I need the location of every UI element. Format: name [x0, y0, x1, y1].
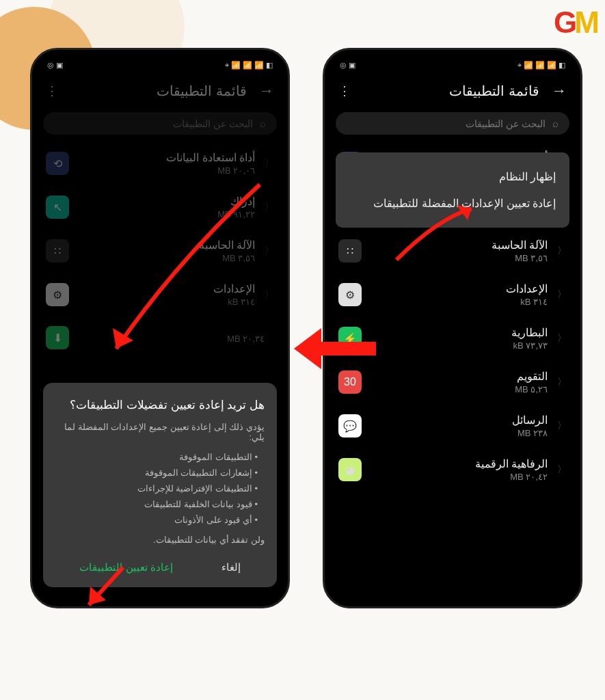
app-size: ٩١,٢٢ MB	[79, 209, 255, 219]
back-icon[interactable]: →	[259, 82, 274, 100]
app-size: ٢٠,٣٤ MB	[79, 334, 265, 344]
logo-m: M	[574, 5, 597, 39]
app-row[interactable]: 〈الرسائل٢٣٨ MB💬	[336, 404, 569, 448]
app-name: الآلة الحاسبة	[79, 239, 255, 252]
overflow-menu: إظهار النظام إعادة تعيين الإعدادات المفض…	[336, 152, 569, 228]
app-name: التقويم	[371, 370, 548, 383]
app-name: الرسائل	[371, 414, 548, 427]
logo-g: G	[554, 5, 574, 39]
app-list: 〈أداة استعادة البيانات٢٠,٠٦ MB⟲〈إدراك٩١,…	[43, 142, 277, 359]
search-placeholder: البحث عن التطبيقات	[173, 118, 253, 129]
page-title: قائمة التطبيقات	[449, 83, 539, 99]
app-size: ٣,٥٦ MB	[79, 253, 255, 263]
status-bar: ◎ ▣ ⌖ 📶 📶 📶 ◧	[43, 59, 277, 78]
dialog-title: هل تريد إعادة تعيين تفضيلات التطبيقات؟	[55, 398, 265, 412]
dialog-bullet: أي قيود على الأذونات	[55, 515, 258, 525]
back-icon[interactable]: →	[552, 82, 567, 100]
app-row[interactable]: 〈الآلة الحاسبة٣,٥٦ MB∷	[336, 229, 569, 273]
app-size: ٣١٤ kB	[371, 297, 548, 307]
more-icon[interactable]: ⋮	[338, 83, 351, 98]
chevron-left-icon: 〈	[265, 201, 274, 213]
app-row[interactable]: 〈الرفاهية الرقمية٢٠,٤٢ MB◕	[336, 448, 569, 492]
app-icon: ⬇	[46, 326, 69, 349]
reset-dialog: هل تريد إعادة تعيين تفضيلات التطبيقات؟ ي…	[43, 383, 277, 587]
app-size: ٢٠,٤٢ MB	[371, 472, 548, 482]
app-name: الإعدادات	[79, 282, 255, 295]
app-size: ٣١٤ kB	[79, 297, 255, 307]
logo: GM	[554, 5, 597, 40]
more-icon[interactable]: ⋮	[46, 83, 58, 98]
app-row[interactable]: ٢٠,٣٤ MB⬇	[43, 317, 277, 359]
dialog-note: ولن تفقد أي بيانات للتطبيقات.	[55, 535, 265, 545]
app-icon: ∷	[46, 239, 69, 262]
app-row[interactable]: 〈التقويم٥,٢٦ MB30	[336, 360, 569, 404]
app-icon: ⚙	[46, 283, 69, 306]
app-name: الرفاهية الرقمية	[371, 457, 548, 470]
chevron-left-icon: 〈	[557, 332, 567, 345]
app-size: ٧٣,٧٣ kB	[371, 340, 548, 351]
app-name: الإعدادات	[371, 282, 548, 295]
search-placeholder: البحث عن التطبيقات	[466, 118, 546, 129]
status-right-icons: ⌖ 📶 📶 📶 ◧	[517, 61, 565, 70]
app-size: ٣,٥٦ MB	[371, 253, 548, 263]
app-row[interactable]: 〈إدراك٩١,٢٢ MB↖	[43, 185, 277, 229]
search-icon: ⌕	[552, 118, 559, 129]
menu-reset-prefs[interactable]: إعادة تعيين الإعدادات المفضلة للتطبيقات	[347, 190, 559, 217]
chevron-left-icon: 〈	[265, 245, 274, 257]
phone-right: ◎ ▣ ⌖ 📶 📶 📶 ◧ → قائمة التطبيقات ⋮ ⌕ البح…	[323, 48, 582, 608]
cancel-button[interactable]: إلغاء	[215, 557, 247, 578]
header: → قائمة التطبيقات ⋮	[336, 78, 569, 112]
status-left-icons: ◎ ▣	[47, 61, 63, 70]
app-size: ٥,٢٦ MB	[371, 384, 548, 394]
app-size: ٢٣٨ MB	[371, 428, 548, 438]
status-left-icons: ◎ ▣	[340, 61, 355, 70]
app-row[interactable]: 〈الآلة الحاسبة٣,٥٦ MB∷	[43, 229, 277, 273]
dialog-subtitle: يؤدي ذلك إلى إعادة تعيين جميع الإعدادات …	[55, 422, 265, 442]
app-icon: ⟲	[46, 152, 69, 175]
app-name: إدراك	[79, 195, 255, 208]
app-icon: ⚡	[338, 327, 362, 350]
app-name: الآلة الحاسبة	[371, 239, 548, 252]
app-icon: ⚙	[338, 283, 362, 306]
app-icon: ↖	[46, 196, 69, 219]
app-row[interactable]: 〈أداة استعادة البيانات٢٠,٠٦ MB⟲	[43, 142, 277, 185]
chevron-left-icon: 〈	[265, 157, 274, 170]
dialog-bullet: إشعارات التطبيقات الموقوفة	[55, 468, 258, 478]
chevron-left-icon: 〈	[557, 420, 567, 432]
header: → قائمة التطبيقات ⋮	[43, 78, 277, 112]
menu-show-system[interactable]: إظهار النظام	[347, 163, 559, 190]
dialog-bullet: التطبيقات الإفتراضية للإجراءات	[55, 483, 258, 494]
chevron-left-icon: 〈	[557, 288, 567, 301]
search-icon: ⌕	[260, 118, 266, 129]
app-row[interactable]: 〈الإعدادات٣١٤ kB⚙	[336, 273, 569, 317]
phone-left: ◎ ▣ ⌖ 📶 📶 📶 ◧ → قائمة التطبيقات ⋮ ⌕ البح…	[30, 48, 290, 608]
dialog-bullets: التطبيقات الموقوفةإشعارات التطبيقات المو…	[55, 452, 265, 525]
app-name: البطارية	[371, 326, 548, 339]
chevron-left-icon: 〈	[265, 288, 274, 301]
dialog-bullet: قيود بيانات الخلفية للتطبيقات	[55, 499, 258, 509]
app-name: أداة استعادة البيانات	[79, 151, 255, 164]
dialog-bullet: التطبيقات الموقوفة	[55, 452, 258, 462]
app-icon: 30	[338, 371, 362, 394]
search-input[interactable]: ⌕ البحث عن التطبيقات	[43, 112, 277, 135]
app-row[interactable]: 〈البطارية٧٣,٧٣ kB⚡	[336, 317, 569, 360]
search-input[interactable]: ⌕ البحث عن التطبيقات	[336, 112, 569, 135]
page-title: قائمة التطبيقات	[157, 83, 247, 99]
app-icon: ◕	[338, 458, 362, 481]
app-row[interactable]: 〈الإعدادات٣١٤ kB⚙	[43, 273, 277, 317]
app-size: ٢٠,٠٦ MB	[79, 165, 255, 176]
chevron-left-icon: 〈	[557, 463, 567, 476]
chevron-left-icon: 〈	[557, 376, 567, 388]
status-right-icons: ⌖ 📶 📶 📶 ◧	[225, 61, 273, 70]
app-icon: ∷	[338, 239, 362, 262]
app-icon: 💬	[338, 414, 362, 438]
reset-apps-button[interactable]: إعادة تعيين التطبيقات	[72, 557, 179, 578]
chevron-left-icon: 〈	[557, 245, 567, 257]
status-bar: ◎ ▣ ⌖ 📶 📶 📶 ◧	[336, 59, 569, 78]
